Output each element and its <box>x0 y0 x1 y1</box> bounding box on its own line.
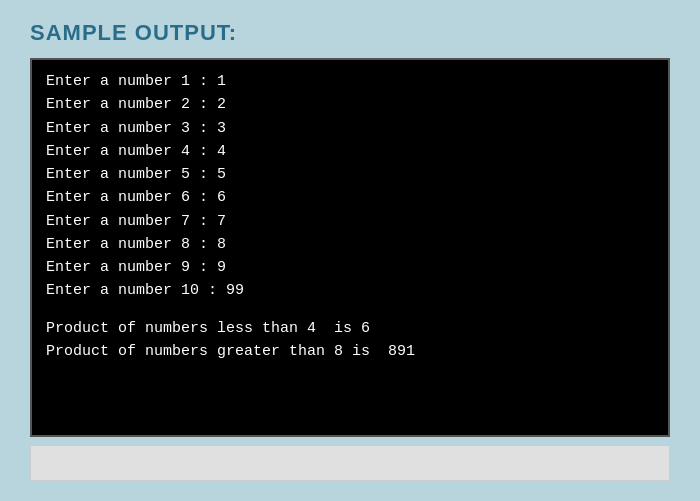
terminal-line: Enter a number 1 : 1 <box>46 70 654 93</box>
terminal-line: Enter a number 6 : 6 <box>46 186 654 209</box>
terminal-line: Enter a number 2 : 2 <box>46 93 654 116</box>
terminal-spacer <box>46 303 654 317</box>
terminal-line: Enter a number 10 : 99 <box>46 279 654 302</box>
result-lines-group: Product of numbers less than 4 is 6 Prod… <box>46 317 654 364</box>
terminal-line: Enter a number 3 : 3 <box>46 117 654 140</box>
terminal-line: Enter a number 9 : 9 <box>46 256 654 279</box>
terminal-line: Enter a number 4 : 4 <box>46 140 654 163</box>
terminal-line: Enter a number 7 : 7 <box>46 210 654 233</box>
terminal-line: Enter a number 5 : 5 <box>46 163 654 186</box>
result-line-1: Product of numbers less than 4 is 6 <box>46 317 654 340</box>
page-title: SAMPLE OUTPUT: <box>30 20 237 46</box>
terminal-line: Enter a number 8 : 8 <box>46 233 654 256</box>
input-lines-group: Enter a number 1 : 1 Enter a number 2 : … <box>46 70 654 303</box>
bottom-bar <box>30 445 670 481</box>
terminal-output: Enter a number 1 : 1 Enter a number 2 : … <box>30 58 670 437</box>
result-line-2: Product of numbers greater than 8 is 891 <box>46 340 654 363</box>
